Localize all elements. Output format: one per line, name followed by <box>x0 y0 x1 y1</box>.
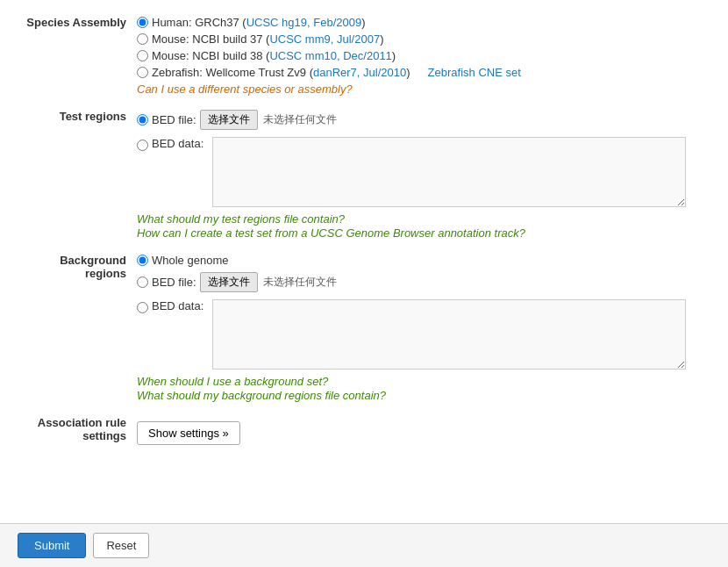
radio-human[interactable] <box>137 17 148 28</box>
species-assembly-options: Human: GRCh37 (UCSC hg19, Feb/2009) Mous… <box>137 16 705 96</box>
test-file-input-row: 选择文件 未选择任何文件 <box>200 110 337 130</box>
test-no-file-text: 未选择任何文件 <box>263 112 337 127</box>
mm9-link[interactable]: UCSC mm9, Jul/2007 <box>269 32 380 46</box>
bg-file-input-row: 选择文件 未选择任何文件 <box>200 272 337 292</box>
zebrafish-cne-link[interactable]: Zebrafish CNE set <box>428 66 521 79</box>
human-label[interactable]: Human: GRCh37 (UCSC hg19, Feb/2009) <box>152 16 366 29</box>
submit-button[interactable]: Submit <box>18 533 86 558</box>
danrer7-link[interactable]: danRer7, Jul/2010 <box>313 66 406 79</box>
reset-button[interactable]: Reset <box>93 533 149 558</box>
radio-test-bed-data[interactable] <box>137 140 148 151</box>
test-bed-data-label[interactable]: BED data: <box>152 137 203 150</box>
species-assembly-label: Species Assembly <box>18 9 132 103</box>
test-bed-data-text: BED data: <box>152 137 203 150</box>
bg-bed-data-text: BED data: <box>152 299 203 312</box>
radio-mouse37[interactable] <box>137 33 148 45</box>
mouse38-label[interactable]: Mouse: NCBI build 38 (UCSC mm10, Dec/201… <box>152 49 396 62</box>
test-help-link1[interactable]: What should my test regions file contain… <box>137 212 705 226</box>
association-rule-settings-label: Association rulesettings <box>18 409 132 452</box>
bg-bed-data-textarea[interactable] <box>212 299 686 370</box>
test-bed-file-label[interactable]: BED file: <box>152 113 196 126</box>
mouse37-label[interactable]: Mouse: NCBI build 37 (UCSC mm9, Jul/2007… <box>152 32 383 46</box>
zebrafish-label[interactable]: Zebrafish: Wellcome Trust Zv9 (danRer7, … <box>152 66 410 79</box>
bg-help-link2[interactable]: What should my background regions file c… <box>137 389 705 402</box>
radio-mouse38[interactable] <box>137 50 148 61</box>
test-choose-file-btn[interactable]: 选择文件 <box>200 110 258 130</box>
show-settings-button[interactable]: Show settings » <box>137 421 240 445</box>
test-help-link2[interactable]: How can I create a test set from a UCSC … <box>137 226 705 240</box>
different-species-link[interactable]: Can I use a different species or assembl… <box>137 83 353 96</box>
bg-bed-file-text: BED file: <box>152 276 196 289</box>
mm10-link[interactable]: UCSC mm10, Dec/2011 <box>269 49 391 62</box>
radio-bg-bed-file[interactable] <box>137 276 148 288</box>
bg-choose-file-btn[interactable]: 选择文件 <box>200 272 258 292</box>
background-regions-options: Whole genome BED file: 选择文件 未选择任何文件 <box>137 254 705 370</box>
bg-no-file-text: 未选择任何文件 <box>263 275 337 290</box>
bg-help-link1[interactable]: When should I use a background set? <box>137 375 705 388</box>
bg-bed-file-label[interactable]: BED file: <box>152 276 196 289</box>
test-bed-file-text: BED file: <box>152 113 196 126</box>
background-regions-label: Backgroundregions <box>18 247 132 409</box>
test-regions-options: BED file: 选择文件 未选择任何文件 BED data: <box>137 110 705 207</box>
test-regions-label: Test regions <box>18 103 132 247</box>
radio-bg-whole-genome[interactable] <box>137 255 148 266</box>
radio-bg-bed-data[interactable] <box>137 302 148 313</box>
footer-bar: Submit Reset <box>0 523 728 567</box>
bg-whole-genome-label[interactable]: Whole genome <box>152 254 228 267</box>
bg-bed-data-label[interactable]: BED data: <box>152 299 203 312</box>
radio-zebrafish[interactable] <box>137 67 148 78</box>
radio-test-bed-file[interactable] <box>137 114 148 126</box>
test-bed-data-textarea[interactable] <box>212 137 686 207</box>
hg19-link[interactable]: UCSC hg19, Feb/2009 <box>246 16 362 29</box>
